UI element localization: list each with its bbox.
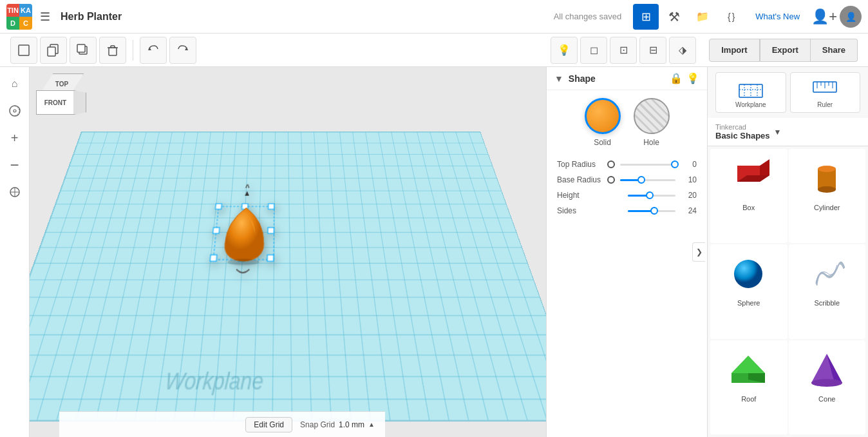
edit-grid-btn[interactable]: Edit Grid (245, 417, 292, 432)
panel-collapse-btn[interactable]: ▼ (554, 73, 563, 84)
svg-point-45 (734, 260, 762, 288)
copy-btn[interactable] (40, 37, 67, 64)
undo-icon (146, 43, 160, 57)
home-view-btn[interactable]: ⌂ (3, 72, 26, 95)
height-value: 20 (681, 191, 697, 200)
canvas-area[interactable]: TOP FRONT (30, 67, 546, 437)
share-btn[interactable]: Share (811, 39, 858, 62)
top-radius-indicator (607, 160, 615, 168)
logo-c: C (19, 17, 32, 30)
workplane-grid[interactable]: Workplane (30, 131, 546, 422)
sides-thumb[interactable] (650, 207, 658, 215)
orbit-btn[interactable] (3, 99, 26, 122)
logo-ka: KA (19, 4, 32, 17)
hole-label: Hole (643, 138, 659, 147)
svg-rect-24 (268, 228, 274, 233)
panel-expand-arrow[interactable]: ❯ (692, 242, 705, 262)
user-avatar[interactable]: 👤 (840, 6, 862, 28)
height-track[interactable] (628, 195, 675, 197)
duplicate-btn[interactable] (70, 37, 97, 64)
3d-cone-shape[interactable] (202, 170, 299, 280)
height-label: Height (557, 191, 602, 200)
shape-item-scribble[interactable]: Scribble (789, 244, 866, 338)
cylinder-preview (804, 156, 849, 201)
base-radius-value: 10 (681, 175, 697, 184)
main-toolbar: 💡 ◻ ⊡ ⊟ ⬗ Import Export Share (0, 34, 868, 67)
ruler-tool-btn[interactable]: Ruler (790, 72, 861, 113)
box-preview (726, 156, 771, 201)
logo-tin: TIN (6, 4, 19, 17)
nav-folder-btn[interactable]: 📁 (690, 4, 715, 30)
ruler-icon (812, 77, 838, 100)
project-title[interactable]: Herb Planter (61, 11, 122, 23)
zoom-out-btn[interactable]: − (3, 153, 26, 177)
shapes-btn[interactable]: ◻ (580, 37, 607, 64)
base-radius-thumb[interactable] (637, 176, 645, 184)
ruler-tool-label: Ruler (817, 101, 833, 108)
top-radius-value: 0 (681, 160, 697, 169)
shape-item-cone[interactable]: Cone (789, 340, 866, 434)
main-area: ⌂ + − TOP (0, 67, 868, 437)
snap-grid-value[interactable]: 1.0 mm (339, 420, 364, 429)
cone-preview (804, 347, 849, 393)
add-user-btn[interactable]: 👤+ (811, 8, 837, 25)
undo-btn[interactable] (140, 37, 167, 64)
roof-preview (726, 347, 771, 393)
dropdown-arrow-icon[interactable]: ▼ (774, 128, 782, 137)
orbit-icon (8, 104, 22, 118)
nav-grid-btn[interactable]: ⊞ (633, 4, 659, 30)
align-btn[interactable]: ⊟ (639, 37, 666, 64)
export-btn[interactable]: Export (760, 39, 811, 62)
hole-btn[interactable]: Hole (634, 98, 670, 147)
new-icon (17, 43, 31, 57)
shapes-dropdown: Tinkercad Basic Shapes ▼ (708, 118, 868, 146)
view-toolbar: 💡 ◻ ⊡ ⊟ ⬗ (551, 37, 696, 64)
base-radius-indicator (607, 176, 615, 184)
shape-item-box[interactable]: Box (710, 149, 788, 243)
svg-marker-47 (731, 356, 765, 373)
delete-btn[interactable] (99, 37, 126, 64)
snap-chevron-icon[interactable]: ▲ (368, 421, 375, 428)
sides-track[interactable] (628, 210, 675, 212)
hole-circle (634, 98, 670, 134)
svg-rect-23 (212, 228, 219, 233)
shape-item-roof[interactable]: Roof (710, 340, 788, 434)
top-radius-track[interactable] (620, 164, 675, 166)
solid-btn[interactable]: Solid (585, 98, 621, 147)
hamburger-menu[interactable]: ☰ (37, 7, 53, 26)
app-logo[interactable]: TIN KA D C (6, 4, 32, 30)
workplane-tool-btn[interactable]: Workplane (715, 72, 786, 113)
svg-rect-5 (109, 48, 117, 55)
top-radius-thumb[interactable] (671, 160, 679, 168)
box-label: Box (742, 204, 755, 211)
scribble-preview (804, 251, 849, 296)
group-btn[interactable]: ⊡ (610, 37, 637, 64)
view-cube[interactable]: TOP FRONT (36, 73, 88, 119)
cone-label: Cone (818, 395, 835, 403)
base-radius-track[interactable] (620, 179, 675, 181)
copy-icon (46, 43, 61, 57)
nav-code-btn[interactable]: { } (718, 4, 744, 30)
cylinder-label: Cylinder (814, 204, 840, 211)
whats-new-link[interactable]: What's New (749, 12, 806, 21)
lock-icon-btn[interactable]: 🔒 (670, 72, 683, 84)
action-buttons: Import Export Share (709, 39, 858, 62)
fit-btn[interactable] (3, 180, 26, 204)
left-sidebar: ⌂ + − (0, 67, 30, 437)
duplicate-icon (76, 43, 90, 57)
shape-item-cylinder[interactable]: Cylinder (789, 149, 866, 243)
fit-icon (8, 185, 22, 199)
zoom-in-btn[interactable]: + (3, 126, 26, 150)
light-btn[interactable]: 💡 (551, 37, 578, 64)
redo-btn[interactable] (169, 37, 196, 64)
panel-header: ▼ Shape 🔒 💡 (547, 67, 707, 90)
import-btn[interactable]: Import (709, 39, 759, 62)
info-icon-btn[interactable]: 💡 (686, 72, 699, 84)
new-shape-btn[interactable] (10, 37, 37, 64)
flip-btn[interactable]: ⬗ (669, 37, 696, 64)
svg-point-44 (818, 186, 836, 193)
height-thumb[interactable] (646, 191, 654, 199)
nav-hammer-btn[interactable]: ⚒ (661, 4, 687, 30)
shape-item-sphere[interactable]: Sphere (710, 244, 788, 338)
top-bar: TIN KA D C ☰ Herb Planter All changes sa… (0, 0, 868, 34)
